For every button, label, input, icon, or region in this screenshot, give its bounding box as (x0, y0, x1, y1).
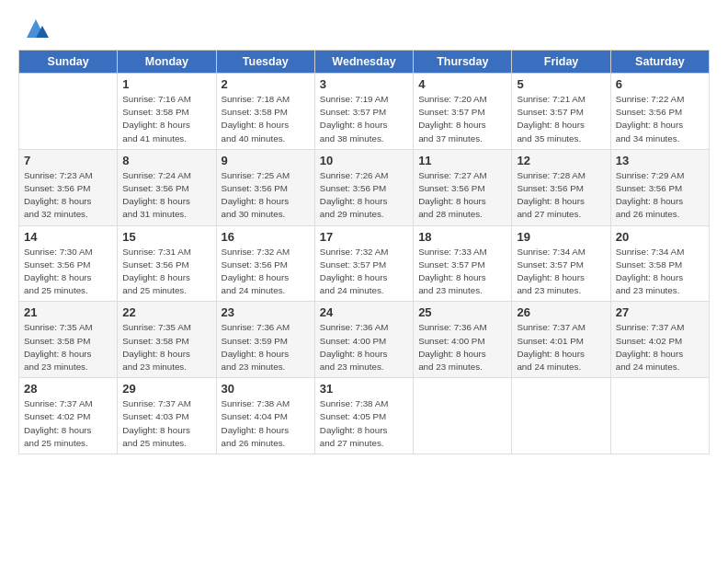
day-header-wednesday: Wednesday (314, 51, 413, 74)
cell-day-number: 21 (24, 305, 112, 319)
cell-day-number: 2 (222, 77, 310, 91)
cell-info: Sunrise: 7:24 AMSunset: 3:56 PMDaylight:… (122, 169, 210, 222)
cell-day-number: 29 (122, 382, 210, 396)
calendar-cell: 14Sunrise: 7:30 AMSunset: 3:56 PMDayligh… (19, 225, 118, 302)
cell-info: Sunrise: 7:32 AMSunset: 3:56 PMDaylight:… (222, 246, 310, 298)
cell-info: Sunrise: 7:36 AMSunset: 3:59 PMDaylight:… (222, 321, 310, 373)
cell-day-number: 31 (320, 382, 408, 396)
calendar-cell: 23Sunrise: 7:36 AMSunset: 3:59 PMDayligh… (216, 302, 314, 378)
cell-day-number: 27 (616, 305, 704, 319)
cell-day-number: 16 (222, 230, 310, 244)
calendar-cell: 7Sunrise: 7:23 AMSunset: 3:56 PMDaylight… (19, 149, 118, 225)
day-header-sunday: Sunday (19, 51, 118, 74)
cell-info: Sunrise: 7:31 AMSunset: 3:56 PMDaylight:… (122, 246, 210, 298)
calendar-cell: 17Sunrise: 7:32 AMSunset: 3:57 PMDayligh… (314, 225, 413, 302)
cell-day-number: 30 (222, 382, 310, 396)
cell-day-number: 17 (320, 230, 408, 244)
cell-day-number: 28 (24, 382, 112, 396)
cell-info: Sunrise: 7:36 AMSunset: 4:00 PMDaylight:… (418, 321, 506, 373)
calendar-cell: 24Sunrise: 7:36 AMSunset: 4:00 PMDayligh… (314, 302, 413, 378)
cell-info: Sunrise: 7:37 AMSunset: 4:02 PMDaylight:… (616, 321, 704, 373)
page: SundayMondayTuesdayWednesdayThursdayFrid… (0, 0, 728, 563)
cell-day-number: 23 (222, 305, 310, 319)
cell-info: Sunrise: 7:18 AMSunset: 3:58 PMDaylight:… (222, 93, 310, 145)
cell-day-number: 7 (24, 154, 112, 167)
cell-day-number: 10 (320, 154, 408, 167)
cell-info: Sunrise: 7:37 AMSunset: 4:01 PMDaylight:… (517, 321, 605, 373)
calendar-header-row: SundayMondayTuesdayWednesdayThursdayFrid… (19, 51, 710, 74)
cell-day-number: 24 (320, 305, 408, 319)
cell-info: Sunrise: 7:29 AMSunset: 3:56 PMDaylight:… (616, 169, 704, 222)
cell-day-number: 11 (418, 154, 506, 167)
cell-day-number: 19 (517, 230, 605, 244)
cell-info: Sunrise: 7:22 AMSunset: 3:56 PMDaylight:… (616, 93, 704, 145)
day-header-friday: Friday (512, 51, 610, 74)
calendar-cell: 2Sunrise: 7:18 AMSunset: 3:58 PMDaylight… (216, 74, 314, 150)
cell-info: Sunrise: 7:34 AMSunset: 3:57 PMDaylight:… (517, 246, 605, 298)
cell-info: Sunrise: 7:16 AMSunset: 3:58 PMDaylight:… (122, 93, 210, 145)
calendar-cell: 22Sunrise: 7:35 AMSunset: 3:58 PMDayligh… (118, 302, 216, 378)
calendar-cell: 19Sunrise: 7:34 AMSunset: 3:57 PMDayligh… (512, 225, 610, 302)
calendar-cell: 11Sunrise: 7:27 AMSunset: 3:56 PMDayligh… (414, 149, 512, 225)
calendar-cell: 13Sunrise: 7:29 AMSunset: 3:56 PMDayligh… (610, 149, 709, 225)
cell-day-number: 3 (320, 77, 408, 91)
calendar-week-4: 21Sunrise: 7:35 AMSunset: 3:58 PMDayligh… (19, 302, 710, 378)
calendar-cell (19, 74, 118, 150)
calendar-week-5: 28Sunrise: 7:37 AMSunset: 4:02 PMDayligh… (19, 378, 710, 454)
logo (18, 15, 50, 42)
calendar-cell: 28Sunrise: 7:37 AMSunset: 4:02 PMDayligh… (19, 378, 118, 454)
cell-day-number: 20 (616, 230, 704, 244)
calendar-week-1: 1Sunrise: 7:16 AMSunset: 3:58 PMDaylight… (19, 74, 710, 150)
cell-info: Sunrise: 7:37 AMSunset: 4:03 PMDaylight:… (122, 397, 210, 450)
calendar-cell: 30Sunrise: 7:38 AMSunset: 4:04 PMDayligh… (216, 378, 314, 454)
cell-day-number: 9 (222, 154, 310, 167)
calendar-cell (414, 378, 512, 454)
day-header-monday: Monday (118, 51, 216, 74)
cell-info: Sunrise: 7:36 AMSunset: 4:00 PMDaylight:… (320, 321, 408, 373)
cell-info: Sunrise: 7:28 AMSunset: 3:56 PMDaylight:… (517, 169, 605, 222)
calendar-cell: 15Sunrise: 7:31 AMSunset: 3:56 PMDayligh… (118, 225, 216, 302)
calendar-cell: 26Sunrise: 7:37 AMSunset: 4:01 PMDayligh… (512, 302, 610, 378)
calendar-cell: 21Sunrise: 7:35 AMSunset: 3:58 PMDayligh… (19, 302, 118, 378)
day-header-thursday: Thursday (414, 51, 512, 74)
calendar-cell: 18Sunrise: 7:33 AMSunset: 3:57 PMDayligh… (414, 225, 512, 302)
cell-info: Sunrise: 7:26 AMSunset: 3:56 PMDaylight:… (320, 169, 408, 222)
day-header-tuesday: Tuesday (216, 51, 314, 74)
calendar-cell: 16Sunrise: 7:32 AMSunset: 3:56 PMDayligh… (216, 225, 314, 302)
calendar-cell: 4Sunrise: 7:20 AMSunset: 3:57 PMDaylight… (414, 74, 512, 150)
cell-info: Sunrise: 7:19 AMSunset: 3:57 PMDaylight:… (320, 93, 408, 145)
cell-day-number: 26 (517, 305, 605, 319)
cell-info: Sunrise: 7:20 AMSunset: 3:57 PMDaylight:… (418, 93, 506, 145)
calendar-cell (512, 378, 610, 454)
calendar-cell: 20Sunrise: 7:34 AMSunset: 3:58 PMDayligh… (610, 225, 709, 302)
cell-info: Sunrise: 7:30 AMSunset: 3:56 PMDaylight:… (24, 246, 112, 298)
cell-info: Sunrise: 7:32 AMSunset: 3:57 PMDaylight:… (320, 246, 408, 298)
cell-info: Sunrise: 7:35 AMSunset: 3:58 PMDaylight:… (24, 321, 112, 373)
calendar-cell: 31Sunrise: 7:38 AMSunset: 4:05 PMDayligh… (314, 378, 413, 454)
cell-info: Sunrise: 7:38 AMSunset: 4:04 PMDaylight:… (222, 397, 310, 450)
cell-day-number: 5 (517, 77, 605, 91)
calendar-cell: 5Sunrise: 7:21 AMSunset: 3:57 PMDaylight… (512, 74, 610, 150)
calendar-cell: 9Sunrise: 7:25 AMSunset: 3:56 PMDaylight… (216, 149, 314, 225)
cell-day-number: 18 (418, 230, 506, 244)
calendar-cell: 10Sunrise: 7:26 AMSunset: 3:56 PMDayligh… (314, 149, 413, 225)
header (18, 15, 710, 42)
calendar-cell: 29Sunrise: 7:37 AMSunset: 4:03 PMDayligh… (118, 378, 216, 454)
cell-day-number: 13 (616, 154, 704, 167)
calendar-week-3: 14Sunrise: 7:30 AMSunset: 3:56 PMDayligh… (19, 225, 710, 302)
cell-info: Sunrise: 7:25 AMSunset: 3:56 PMDaylight:… (222, 169, 310, 222)
cell-info: Sunrise: 7:37 AMSunset: 4:02 PMDaylight:… (24, 397, 112, 450)
cell-info: Sunrise: 7:38 AMSunset: 4:05 PMDaylight:… (320, 397, 408, 450)
cell-day-number: 12 (517, 154, 605, 167)
cell-day-number: 25 (418, 305, 506, 319)
cell-info: Sunrise: 7:21 AMSunset: 3:57 PMDaylight:… (517, 93, 605, 145)
cell-day-number: 14 (24, 230, 112, 244)
logo-icon (22, 15, 50, 42)
calendar-cell: 12Sunrise: 7:28 AMSunset: 3:56 PMDayligh… (512, 149, 610, 225)
calendar-week-2: 7Sunrise: 7:23 AMSunset: 3:56 PMDaylight… (19, 149, 710, 225)
cell-info: Sunrise: 7:27 AMSunset: 3:56 PMDaylight:… (418, 169, 506, 222)
calendar-cell: 1Sunrise: 7:16 AMSunset: 3:58 PMDaylight… (118, 74, 216, 150)
cell-day-number: 15 (122, 230, 210, 244)
cell-info: Sunrise: 7:35 AMSunset: 3:58 PMDaylight:… (122, 321, 210, 373)
cell-day-number: 8 (122, 154, 210, 167)
